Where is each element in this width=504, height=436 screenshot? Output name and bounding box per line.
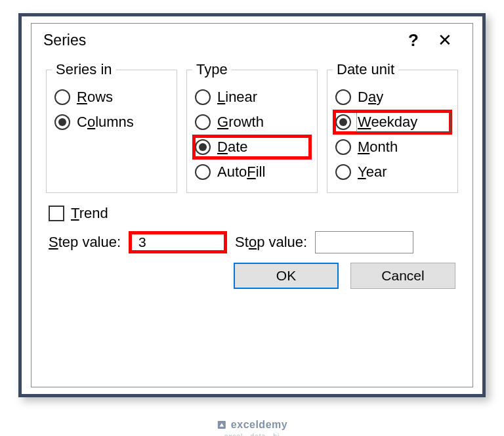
- date-unit-legend: Date unit: [333, 61, 398, 78]
- series-in-legend: Series in: [52, 61, 116, 78]
- radio-icon: [195, 89, 211, 105]
- stop-value-label: Stop value:: [235, 234, 307, 251]
- radio-autofill[interactable]: AutoFill: [192, 160, 312, 185]
- radio-label: Columns: [77, 114, 134, 131]
- date-unit-group: Date unit Day Weekday Month: [327, 61, 458, 193]
- radio-rows[interactable]: Rows: [52, 85, 171, 110]
- radio-day[interactable]: Day: [333, 85, 452, 110]
- radio-label: Weekday: [358, 114, 417, 131]
- radio-icon: [335, 114, 351, 130]
- radio-icon: [335, 89, 351, 105]
- radio-label: Linear: [217, 89, 257, 106]
- button-row: OK Cancel: [46, 263, 458, 292]
- radio-label: Growth: [217, 114, 264, 131]
- radio-label: AutoFill: [217, 164, 265, 181]
- type-group: Type Linear Growth Date: [186, 61, 318, 193]
- radio-icon: [335, 139, 351, 155]
- radio-label: Day: [358, 89, 383, 106]
- ok-button[interactable]: OK: [234, 263, 339, 289]
- option-groups: Series in Rows Columns Type Linear: [46, 61, 458, 193]
- dialog-title: Series: [43, 32, 398, 49]
- series-in-group: Series in Rows Columns: [46, 61, 177, 193]
- radio-icon: [195, 164, 211, 180]
- radio-month[interactable]: Month: [333, 135, 452, 160]
- stop-value-input[interactable]: [315, 231, 413, 253]
- dialog-content: Series in Rows Columns Type Linear: [32, 56, 472, 387]
- radio-label: Year: [358, 164, 387, 181]
- radio-icon: [54, 114, 70, 130]
- value-row: Step value: Stop value:: [46, 229, 458, 263]
- step-value-label: Step value:: [49, 234, 121, 251]
- radio-date[interactable]: Date: [192, 135, 312, 160]
- close-button[interactable]: ✕: [429, 30, 461, 51]
- radio-linear[interactable]: Linear: [192, 85, 312, 110]
- radio-columns[interactable]: Columns: [52, 110, 171, 135]
- type-legend: Type: [192, 61, 232, 78]
- radio-icon: [335, 164, 351, 180]
- trend-checkbox-row[interactable]: Trend: [46, 202, 458, 229]
- watermark-brand: exceldemy: [231, 419, 287, 431]
- radio-icon: [195, 114, 211, 130]
- radio-growth[interactable]: Growth: [192, 110, 312, 135]
- checkbox-icon: [49, 206, 64, 221]
- step-value-input[interactable]: [129, 231, 227, 253]
- titlebar: Series ? ✕: [32, 24, 472, 56]
- series-dialog: Series ? ✕ Series in Rows Columns: [31, 23, 473, 387]
- radio-label: Rows: [77, 89, 113, 106]
- radio-year[interactable]: Year: [333, 160, 452, 185]
- dialog-frame: Series ? ✕ Series in Rows Columns: [18, 13, 486, 397]
- radio-weekday[interactable]: Weekday: [333, 110, 452, 135]
- brand-icon: [217, 420, 227, 430]
- radio-icon: [195, 139, 211, 155]
- watermark: exceldemy: [217, 419, 287, 431]
- radio-label: Date: [217, 139, 247, 156]
- radio-label: Month: [358, 139, 398, 156]
- cancel-button[interactable]: Cancel: [350, 263, 455, 289]
- radio-icon: [54, 89, 70, 105]
- watermark-tagline: excel · data · bi: [224, 433, 280, 436]
- trend-label: Trend: [71, 205, 108, 222]
- help-button[interactable]: ?: [398, 30, 429, 51]
